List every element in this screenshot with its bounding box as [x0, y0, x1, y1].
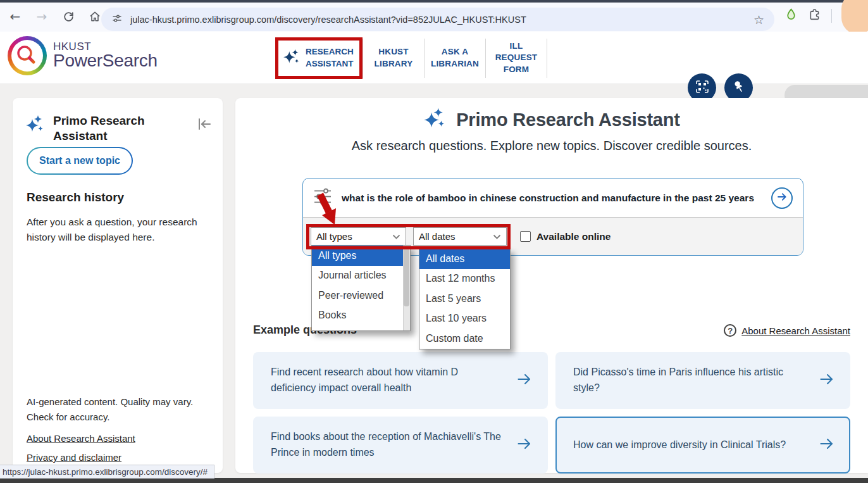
- page-subtitle: Ask research questions. Explore new topi…: [235, 139, 868, 153]
- arrow-right-icon: [818, 436, 835, 454]
- link-status-bar: https://julac-hkust.primo.exlibrisgroup.…: [0, 465, 214, 479]
- arrow-right-icon: [516, 436, 533, 454]
- window-top-edge: [0, 0, 868, 3]
- forward-icon[interactable]: →: [32, 6, 52, 27]
- arrow-right-icon: [516, 372, 533, 389]
- type-option-peer-reviewed[interactable]: Peer-reviewed: [312, 285, 403, 306]
- sidebar-title: Primo Research Assistant: [53, 113, 149, 144]
- collapse-sidebar-icon[interactable]: [196, 113, 213, 134]
- date-option-last-10-years[interactable]: Last 10 years: [419, 309, 510, 329]
- example-card-clinical-trials[interactable]: How can we improve diversity in Clinical…: [555, 417, 850, 474]
- question-circle-icon: ?: [724, 324, 736, 337]
- search-box: what is the role of bamboo in chinese co…: [302, 178, 803, 256]
- example-card-picasso[interactable]: Did Picasso's time in Paris influence hi…: [555, 352, 850, 409]
- menu-scrollbar[interactable]: [403, 246, 410, 330]
- toolbar-divider: [831, 9, 832, 23]
- back-icon[interactable]: ←: [5, 6, 25, 27]
- arrow-right-icon: [818, 372, 835, 389]
- nav-research-assistant[interactable]: RESEARCH ASSISTANT: [275, 37, 363, 79]
- type-option-books[interactable]: Books: [312, 306, 403, 326]
- date-option-all-dates[interactable]: All dates: [419, 249, 510, 269]
- type-filter-select[interactable]: All types: [311, 227, 406, 246]
- qr-code-icon: [695, 79, 710, 97]
- type-dropdown-menu: All types Journal articles Peer-reviewed…: [311, 245, 411, 331]
- main-nav: RESEARCH ASSISTANT HKUST LIBRARY ASK A L…: [275, 32, 547, 84]
- site-header: HKUST PowerSearch RESEARCH ASSISTANT HKU…: [0, 32, 868, 84]
- browser-toolbar: ← → julac-hkust.primo.exlibrisgroup.com/…: [0, 0, 868, 32]
- sparkles-icon: [283, 48, 301, 68]
- nav-ill-request-form[interactable]: ILL REQUEST FORM: [486, 41, 547, 75]
- nav-divider: [547, 39, 547, 78]
- about-research-assistant-link[interactable]: ? About Research Assistant: [724, 324, 850, 337]
- example-question-cards: Find recent research about how vitamin D…: [253, 352, 850, 474]
- example-card-vitamin-d[interactable]: Find recent research about how vitamin D…: [253, 352, 548, 409]
- research-assistant-panel: Primo Research Assistant Ask research qu…: [235, 98, 868, 473]
- arrow-right-icon: [776, 191, 788, 205]
- sparkles-icon: [25, 113, 46, 137]
- page-title: Primo Research Assistant: [456, 110, 680, 130]
- about-research-assistant-link[interactable]: About Research Assistant: [27, 433, 206, 444]
- profile-avatar[interactable]: [841, 0, 868, 34]
- example-card-machiavelli[interactable]: Find books about the reception of Machia…: [253, 417, 548, 474]
- pin-icon: [731, 79, 747, 97]
- date-option-custom-date[interactable]: Custom date: [419, 329, 510, 349]
- sparkles-icon: [423, 106, 447, 134]
- date-filter-select[interactable]: All dates: [413, 227, 507, 246]
- privacy-disclaimer-link[interactable]: Privacy and disclaimer: [27, 452, 206, 463]
- research-history-sidebar: Primo Research Assistant Start a new top…: [13, 98, 223, 473]
- extensions-puzzle-icon[interactable]: [808, 8, 821, 23]
- type-option-journal-articles[interactable]: Journal articles: [312, 266, 403, 286]
- bookmark-star-icon[interactable]: ☆: [753, 13, 764, 27]
- date-dropdown-menu: All dates Last 12 months Last 5 years La…: [419, 248, 511, 349]
- search-query-input[interactable]: what is the role of bamboo in chinese co…: [342, 192, 762, 204]
- nav-research-assistant-label: RESEARCH ASSISTANT: [306, 46, 354, 69]
- logo-ring-icon: [8, 36, 47, 75]
- logo-text: HKUST PowerSearch: [53, 41, 158, 70]
- research-history-hint: After you ask a question, your research …: [27, 215, 206, 245]
- screen: ← → julac-hkust.primo.exlibrisgroup.com/…: [0, 0, 868, 483]
- url-text[interactable]: julac-hkust.primo.exlibrisgroup.com/disc…: [130, 15, 753, 25]
- available-online-checkbox[interactable]: [520, 231, 531, 242]
- address-bar[interactable]: julac-hkust.primo.exlibrisgroup.com/disc…: [101, 8, 774, 31]
- chevron-down-icon: [392, 231, 400, 242]
- powersearch-logo[interactable]: HKUST PowerSearch: [8, 36, 158, 75]
- nav-ask-a-librarian[interactable]: ASK A LIBRARIAN: [425, 46, 485, 69]
- nav-hkust-library[interactable]: HKUST LIBRARY: [363, 46, 424, 69]
- date-option-last-5-years[interactable]: Last 5 years: [419, 289, 510, 309]
- available-online-label[interactable]: Available online: [536, 231, 611, 242]
- site-info-icon[interactable]: [111, 13, 123, 27]
- reload-icon[interactable]: [58, 6, 78, 27]
- start-new-topic-button[interactable]: Start a new topic: [27, 147, 133, 175]
- chevron-down-icon: [493, 231, 501, 242]
- type-option-all-types[interactable]: All types: [312, 246, 410, 266]
- date-option-last-12-months[interactable]: Last 12 months: [419, 269, 510, 289]
- taskbar-edge: [0, 478, 868, 483]
- research-history-heading: Research history: [27, 191, 124, 204]
- submit-question-button[interactable]: [771, 187, 793, 209]
- drop-extension-icon[interactable]: [784, 8, 798, 23]
- ai-disclaimer: AI-generated content. Quality may vary. …: [27, 394, 206, 425]
- filter-sliders-icon: [313, 188, 332, 208]
